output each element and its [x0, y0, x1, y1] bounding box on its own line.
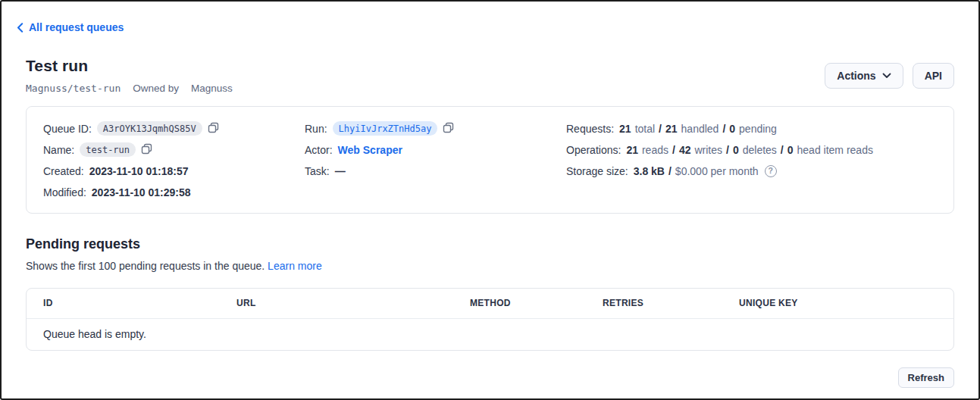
requests-handled-count: 21 [665, 123, 678, 135]
task-label: Task: [305, 165, 330, 177]
modified-row: Modified: 2023-11-10 01:29:58 [43, 182, 305, 203]
chevron-left-icon [17, 23, 23, 33]
pending-requests-table: ID URL METHOD RETRIES UNIQUE KEY Queue h… [26, 288, 954, 351]
operations-reads-count: 21 [626, 144, 638, 156]
page-title: Test run [26, 57, 233, 75]
operations-reads-word: reads [642, 144, 668, 156]
copy-name-button[interactable] [141, 143, 152, 157]
separator: / [726, 144, 729, 156]
requests-pending-count: 0 [729, 123, 735, 135]
actions-button[interactable]: Actions [825, 63, 903, 89]
run-label: Run: [305, 123, 327, 135]
actor-row: Actor: Web Scraper [305, 139, 566, 161]
requests-pending-word: pending [739, 123, 777, 135]
owned-by-label: Owned by [133, 83, 179, 94]
operations-writes-word: writes [694, 144, 722, 156]
pending-requests-heading: Pending requests [26, 236, 954, 252]
task-row: Task: — [305, 161, 566, 182]
empty-state-row: Queue head is empty. [27, 319, 953, 350]
run-row: Run: LhyiIvJrxZTnHd5ay [305, 118, 566, 139]
page-subtitle: Magnuss/test-run Owned by Magnuss [26, 83, 233, 94]
breadcrumb-all-request-queues[interactable]: All request queues [17, 21, 124, 33]
copy-icon [208, 122, 219, 136]
storage-size-row: Storage size: 3.8 kB / $0.000 per month … [566, 161, 937, 182]
refresh-button[interactable]: Refresh [898, 367, 954, 388]
chevron-down-icon [882, 73, 891, 79]
api-button[interactable]: API [913, 63, 954, 89]
overview-column-right: Requests: 21 total / 21 handled / 0 pend… [566, 118, 937, 203]
column-header-unique-key: UNIQUE KEY [739, 298, 953, 308]
created-row: Created: 2023-11-10 01:18:57 [43, 161, 305, 182]
name-row: Name: test-run [43, 139, 305, 161]
queue-path: Magnuss/test-run [26, 83, 121, 94]
requests-label: Requests: [566, 123, 614, 135]
copy-icon [141, 143, 152, 157]
copy-queue-id-button[interactable] [208, 122, 219, 136]
overview-card: Queue ID: A3rOYK13JqmhQS85V Name: test-r… [26, 106, 954, 214]
created-value: 2023-11-10 01:18:57 [89, 165, 189, 177]
queue-id-value: A3rOYK13JqmhQS85V [97, 121, 202, 136]
separator: / [672, 144, 675, 156]
overview-column-middle: Run: LhyiIvJrxZTnHd5ay Actor: Web Scrape… [305, 118, 566, 203]
actor-link[interactable]: Web Scraper [338, 144, 402, 156]
app-window: All request queues Test run Magnuss/test… [0, 0, 980, 400]
table-footer: Refresh [26, 367, 954, 388]
actions-button-label: Actions [837, 70, 875, 82]
operations-deletes-count: 0 [733, 144, 739, 156]
copy-icon [443, 122, 454, 136]
requests-row: Requests: 21 total / 21 handled / 0 pend… [566, 118, 937, 139]
storage-size-label: Storage size: [566, 165, 628, 177]
requests-handled-word: handled [681, 123, 719, 135]
queue-id-row: Queue ID: A3rOYK13JqmhQS85V [43, 118, 305, 139]
separator: / [722, 123, 725, 135]
main-content: All request queues Test run Magnuss/test… [2, 2, 978, 388]
description-text: Shows the first 100 pending requests in … [26, 260, 265, 272]
modified-label: Modified: [43, 186, 86, 198]
header-buttons: Actions API [825, 63, 954, 89]
page-header: Test run Magnuss/test-run Owned by Magnu… [26, 57, 954, 94]
requests-total-count: 21 [619, 123, 631, 135]
name-label: Name: [43, 144, 74, 156]
task-value: — [335, 165, 346, 177]
overview-column-left: Queue ID: A3rOYK13JqmhQS85V Name: test-r… [43, 118, 305, 203]
created-label: Created: [43, 165, 84, 177]
separator: / [781, 144, 784, 156]
run-id-value[interactable]: LhyiIvJrxZTnHd5ay [333, 121, 438, 136]
operations-head-item-reads-count: 0 [787, 144, 794, 156]
requests-total-word: total [635, 123, 655, 135]
operations-deletes-word: deletes [743, 144, 777, 156]
column-header-id: ID [27, 298, 236, 308]
column-header-method: METHOD [470, 298, 603, 308]
operations-row: Operations: 21 reads / 42 writes / 0 del… [566, 139, 937, 161]
operations-label: Operations: [566, 144, 621, 156]
table-header-row: ID URL METHOD RETRIES UNIQUE KEY [27, 289, 953, 319]
learn-more-link[interactable]: Learn more [268, 260, 322, 272]
breadcrumb-label: All request queues [29, 21, 124, 33]
operations-head-item-reads-word: head item reads [797, 144, 873, 156]
title-block: Test run Magnuss/test-run Owned by Magnu… [26, 57, 233, 94]
storage-cost-value: $0.000 per month [675, 165, 759, 177]
actor-label: Actor: [305, 144, 333, 156]
operations-writes-count: 42 [679, 144, 691, 156]
help-icon[interactable]: ? [765, 165, 777, 177]
column-header-retries: RETRIES [603, 298, 739, 308]
separator: / [659, 123, 662, 135]
modified-value: 2023-11-10 01:29:58 [92, 186, 191, 198]
pending-requests-description: Shows the first 100 pending requests in … [26, 260, 954, 272]
copy-run-id-button[interactable] [443, 122, 454, 136]
owner-name: Magnuss [191, 83, 233, 94]
column-header-url: URL [236, 298, 470, 308]
queue-id-label: Queue ID: [43, 123, 92, 135]
separator: / [668, 165, 672, 177]
storage-size-value: 3.8 kB [634, 165, 665, 177]
name-value: test-run [80, 142, 136, 157]
